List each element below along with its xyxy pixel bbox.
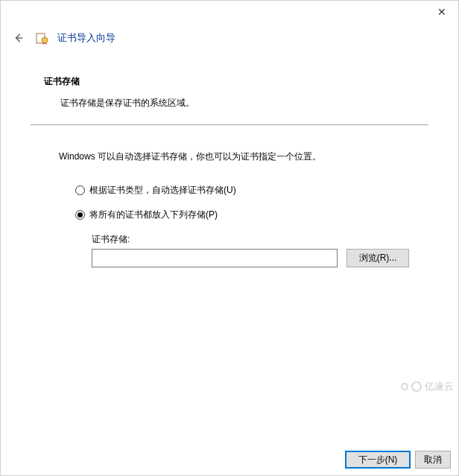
close-icon: ✕ xyxy=(437,6,446,18)
body-area: Windows 可以自动选择证书存储，你也可以为证书指定一个位置。 根据证书类型… xyxy=(1,150,458,267)
certificate-store-input[interactable] xyxy=(92,249,338,267)
radio-auto-label: 根据证书类型，自动选择证书存储(U) xyxy=(89,184,236,197)
back-arrow-icon xyxy=(13,33,24,43)
content-area: 证书存储 证书存储是保存证书的系统区域。 xyxy=(1,53,458,110)
certificate-store-block: 证书存储: 浏览(R)... xyxy=(44,233,428,267)
close-button[interactable]: ✕ xyxy=(427,1,457,22)
cancel-button-label: 取消 xyxy=(424,454,442,466)
store-row: 浏览(R)... xyxy=(92,249,428,267)
radio-icon xyxy=(75,185,85,195)
watermark: 亿速云 xyxy=(401,380,454,393)
watermark-text: 亿速云 xyxy=(425,380,454,393)
radio-auto-select[interactable]: 根据证书类型，自动选择证书存储(U) xyxy=(75,184,428,197)
next-button-label: 下一步(N) xyxy=(358,454,398,466)
browse-button-label: 浏览(R)... xyxy=(359,252,397,264)
section-title: 证书存储 xyxy=(44,75,428,88)
cancel-button[interactable]: 取消 xyxy=(415,451,451,469)
store-label: 证书存储: xyxy=(92,233,428,246)
wizard-header: 证书导入向导 xyxy=(1,23,458,53)
svg-point-1 xyxy=(42,37,48,43)
radio-manual-select[interactable]: 将所有的证书都放入下列存储(P) xyxy=(75,209,428,221)
helper-text: Windows 可以自动选择证书存储，你也可以为证书指定一个位置。 xyxy=(44,150,428,163)
footer: 下一步(N) 取消 xyxy=(345,447,458,475)
certificate-wizard-icon xyxy=(35,31,48,45)
radio-manual-label: 将所有的证书都放入下列存储(P) xyxy=(89,209,218,221)
radio-icon xyxy=(75,210,85,220)
radio-group: 根据证书类型，自动选择证书存储(U) 将所有的证书都放入下列存储(P) xyxy=(44,184,428,221)
next-button[interactable]: 下一步(N) xyxy=(345,451,411,469)
back-button[interactable] xyxy=(11,31,26,45)
wizard-title: 证书导入向导 xyxy=(57,31,115,45)
section-description: 证书存储是保存证书的系统区域。 xyxy=(44,97,428,110)
separator xyxy=(31,124,428,125)
titlebar: ✕ xyxy=(1,1,458,23)
browse-button[interactable]: 浏览(R)... xyxy=(346,249,409,267)
